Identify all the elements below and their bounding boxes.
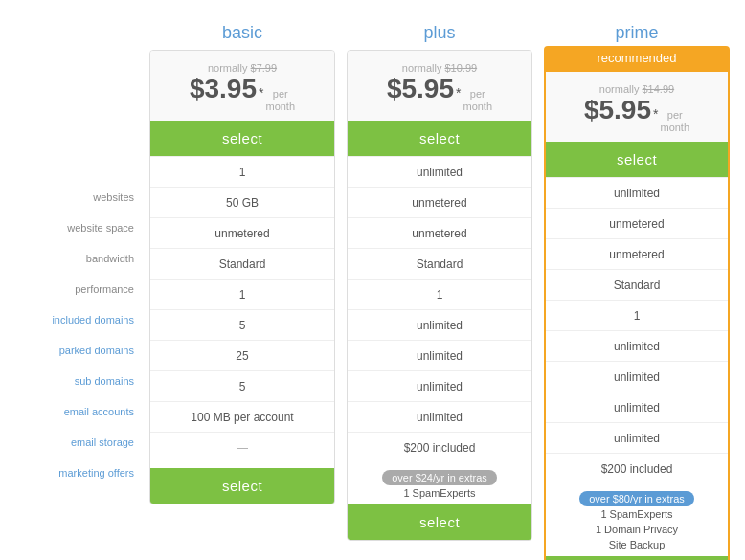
basic-plan-header: normally $7.99 $3.95* permonth	[150, 51, 334, 121]
label-parked-domains: parked domains	[10, 335, 144, 366]
prime-plan-header: normally $14.99 $5.95* permonth	[546, 72, 728, 142]
basic-price: $3.95	[190, 74, 257, 104]
label-websites: websites	[10, 182, 144, 213]
prime-included-domains: 1	[546, 300, 728, 330]
basic-features: 1 50 GB unmetered Standard 1 5 25 5 100 …	[150, 156, 334, 462]
prime-plan-title: prime	[544, 19, 730, 46]
basic-email-storage: 100 MB per account	[150, 401, 334, 432]
basic-select-top-button[interactable]: select	[150, 121, 334, 156]
basic-email-accounts: 5	[150, 370, 334, 401]
plus-extras-section: over $24/yr in extras 1 SpamExperts	[348, 462, 531, 504]
basic-plan-box: normally $7.99 $3.95* permonth select 1 …	[149, 50, 335, 504]
basic-parked-domains: 5	[150, 309, 334, 340]
label-email-storage: email storage	[10, 427, 144, 458]
label-performance: performance	[10, 274, 144, 304]
plus-performance: Standard	[348, 248, 531, 279]
prime-features: unlimited unmetered unmetered Standard 1…	[546, 177, 728, 483]
basic-plan-column: basic normally $7.99 $3.95* permonth sel…	[144, 19, 341, 504]
basic-per-month: permonth	[265, 88, 295, 113]
prime-select-top-button[interactable]: select	[546, 142, 728, 177]
prime-recommended-banner: recommended	[544, 46, 730, 70]
label-sub-domains: sub domains	[10, 366, 144, 396]
basic-sub-domains: 25	[150, 340, 334, 370]
prime-wrapper: prime recommended normally $14.99 $5.95*…	[544, 19, 730, 560]
plus-bandwidth: unmetered	[348, 217, 531, 248]
plus-sub-domains: unlimited	[348, 340, 531, 370]
label-email-accounts: email accounts	[10, 396, 144, 427]
label-bandwidth: bandwidth	[10, 243, 144, 274]
plus-plan-box: normally $10.99 $5.95* permonth select u…	[347, 50, 532, 541]
plus-marketing-offers: $200 included	[348, 432, 531, 462]
prime-price: $5.95	[584, 95, 651, 125]
label-website-space: website space	[10, 213, 144, 243]
basic-marketing-offers: —	[150, 432, 334, 462]
prime-extras-site-backup: Site Backup	[546, 537, 728, 552]
plus-original-price: $10.99	[444, 62, 477, 74]
prime-plan-column: prime recommended normally $14.99 $5.95*…	[538, 19, 735, 560]
plus-per-month: permonth	[463, 88, 492, 113]
prime-original-price: $14.99	[642, 83, 674, 95]
plus-plan-column: plus normally $10.99 $5.95* permonth sel…	[341, 19, 538, 541]
plus-price: $5.95	[387, 74, 454, 104]
prime-marketing-offers: $200 included	[546, 453, 728, 483]
prime-plan-box: normally $14.99 $5.95* permonth select u…	[544, 70, 730, 560]
plus-email-accounts: unlimited	[348, 370, 531, 401]
prime-extras-section: over $80/yr in extras 1 SpamExperts 1 Do…	[546, 483, 728, 556]
label-marketing-offers: marketing offers	[10, 458, 144, 488]
prime-price-row: $5.95* permonth	[553, 95, 720, 134]
plus-extras-spamexperts: 1 SpamExperts	[348, 485, 531, 501]
plus-parked-domains: unlimited	[348, 309, 531, 340]
features-column: websites website space bandwidth perform…	[10, 19, 144, 488]
plus-select-bottom-button[interactable]: select	[348, 504, 531, 540]
basic-select-bottom-button[interactable]: select	[150, 468, 334, 504]
prime-badge: over $80/yr in extras	[579, 491, 694, 506]
plus-select-top-button[interactable]: select	[348, 121, 531, 156]
prime-select-bottom-button[interactable]: select	[546, 556, 728, 560]
basic-included-domains: 1	[150, 279, 334, 309]
prime-extras-spamexperts: 1 SpamExperts	[546, 506, 728, 522]
basic-bandwidth: unmetered	[150, 217, 334, 248]
prime-extras-domain-privacy: 1 Domain Privacy	[546, 522, 728, 537]
prime-performance: Standard	[546, 269, 728, 300]
basic-website-space: 50 GB	[150, 187, 334, 217]
plus-websites: unlimited	[348, 156, 531, 187]
basic-performance: Standard	[150, 248, 334, 279]
plus-badge: over $24/yr in extras	[382, 470, 497, 485]
pricing-table: websites website space bandwidth perform…	[10, 19, 735, 560]
plus-website-space: unmetered	[348, 187, 531, 217]
prime-email-accounts: unlimited	[546, 392, 728, 422]
basic-normally: normally $7.99	[158, 62, 327, 74]
prime-sub-domains: unlimited	[546, 361, 728, 392]
prime-bandwidth: unmetered	[546, 238, 728, 269]
basic-asterisk: *	[259, 85, 263, 101]
prime-websites: unlimited	[546, 177, 728, 208]
prime-asterisk: *	[653, 106, 658, 122]
plus-features: unlimited unmetered unmetered Standard 1…	[348, 156, 531, 462]
plus-plan-title: plus	[423, 19, 455, 46]
plus-normally: normally $10.99	[355, 62, 524, 74]
plus-asterisk: *	[456, 85, 461, 101]
prime-email-storage: unlimited	[546, 422, 728, 453]
plus-email-storage: unlimited	[348, 401, 531, 432]
basic-websites: 1	[150, 156, 334, 187]
label-included-domains: included domains	[10, 304, 144, 335]
plus-price-row: $5.95* permonth	[355, 74, 524, 113]
basic-price-row: $3.95* permonth	[158, 74, 327, 113]
plus-plan-header: normally $10.99 $5.95* permonth	[348, 51, 531, 121]
prime-parked-domains: unlimited	[546, 330, 728, 361]
prime-website-space: unmetered	[546, 208, 728, 238]
plus-included-domains: 1	[348, 279, 531, 309]
prime-per-month: permonth	[660, 109, 689, 134]
basic-original-price: $7.99	[251, 62, 278, 74]
basic-plan-title: basic	[222, 19, 262, 46]
prime-normally: normally $14.99	[553, 83, 720, 95]
